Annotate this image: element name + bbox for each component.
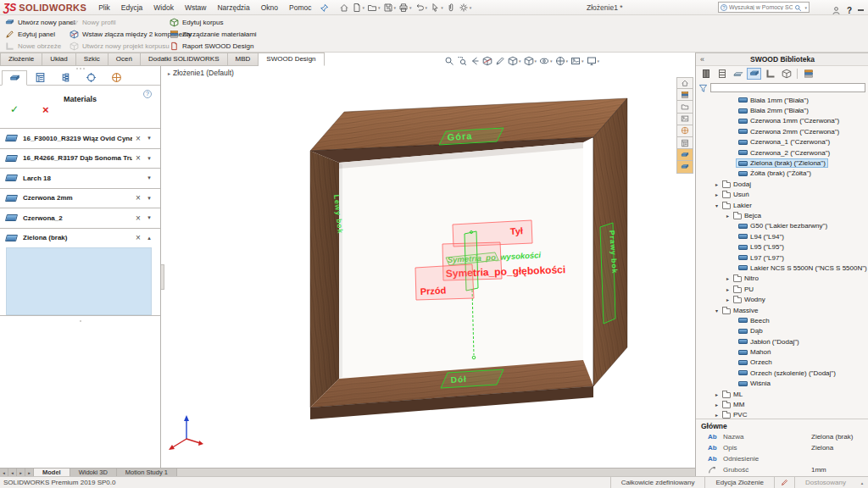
library-filter-input[interactable] bbox=[710, 83, 865, 92]
library-item-bia-a-2mm-bia-a[interactable]: Biała 2mm ("Biała") bbox=[696, 105, 868, 115]
previous-model-tab-icon[interactable]: ◂ bbox=[8, 469, 17, 476]
expand-node-icon[interactable]: ▸ bbox=[713, 412, 721, 418]
tab-dodatki-solidworks[interactable]: Dodatki SOLIDWORKS bbox=[141, 53, 228, 66]
tab-z-o-enie[interactable]: Złożenie bbox=[0, 53, 42, 66]
library-item-bejca[interactable]: ▸Bejca bbox=[696, 210, 868, 220]
expand-node-icon[interactable]: ▸ bbox=[724, 275, 732, 281]
profiles-filter-icon[interactable] bbox=[779, 68, 793, 80]
model-tab-model[interactable]: Model bbox=[34, 469, 70, 476]
remove-material-icon[interactable]: × bbox=[132, 214, 144, 223]
open-icon[interactable]: ▾ bbox=[367, 3, 381, 13]
collapse-item-icon[interactable]: ▴ bbox=[144, 235, 154, 241]
design-library-icon[interactable] bbox=[676, 89, 693, 101]
library-item-massive[interactable]: ▾Massive bbox=[696, 305, 868, 315]
expand-item-icon[interactable]: ▾ bbox=[144, 195, 154, 202]
swood-design-icon[interactable] bbox=[676, 149, 693, 161]
library-item-l94-l94[interactable]: L94 ("L94") bbox=[696, 231, 868, 241]
library-item-czerwona-2mm-czerwona[interactable]: Czerwona 2mm ("Czerwona") bbox=[696, 126, 868, 136]
library-item-l95-l95[interactable]: L95 ("L95") bbox=[696, 241, 868, 252]
library-item-g50-lakier-bezbarwny[interactable]: G50 ("Lakier bezbarwny") bbox=[696, 221, 868, 231]
materials-filter-icon[interactable] bbox=[747, 68, 761, 80]
view-palette-icon[interactable] bbox=[676, 114, 693, 125]
display-style-icon[interactable]: ▾ bbox=[524, 56, 537, 66]
collapse-node-icon[interactable]: ▾ bbox=[713, 308, 721, 313]
expand-item-icon[interactable]: ▾ bbox=[144, 155, 154, 162]
hide-show-items-icon[interactable]: ▾ bbox=[539, 56, 553, 66]
menu-plik[interactable]: Plik bbox=[98, 3, 110, 12]
menu-widok[interactable]: Widok bbox=[153, 3, 174, 12]
search-dropdown-icon[interactable]: ▾ bbox=[804, 5, 807, 10]
library-item-orzech-szkolenie-dodaj[interactable]: Orzech (szkolenie) ("Dodaj") bbox=[696, 368, 868, 378]
collapse-node-icon[interactable]: ▾ bbox=[713, 202, 721, 208]
library-item-d-b[interactable]: Dąb bbox=[696, 326, 868, 336]
next-model-tab-icon[interactable]: ▸ bbox=[17, 469, 25, 476]
minimize-icon[interactable] bbox=[858, 9, 864, 11]
expand-node-icon[interactable]: ▸ bbox=[724, 286, 732, 292]
library-item-pu[interactable]: ▸PU bbox=[696, 284, 868, 294]
library-item-jab-o-dodaj[interactable]: Jabłoń ("Dodaj") bbox=[696, 336, 868, 347]
expand-item-icon[interactable]: ▾ bbox=[144, 135, 154, 141]
view-settings-icon[interactable]: ▾ bbox=[587, 56, 600, 66]
edit-appearance-icon[interactable]: ▾ bbox=[555, 56, 569, 66]
library-item-czerwona-2-czerwona[interactable]: Czerwona_2 ("Czerwona") bbox=[696, 147, 868, 158]
remove-material-icon[interactable]: × bbox=[132, 153, 144, 163]
expand-item-icon[interactable]: ▾ bbox=[144, 214, 154, 221]
material-item-zielona-brak[interactable]: Zielona (brak)×▴ bbox=[0, 228, 160, 248]
expand-node-icon[interactable]: ▸ bbox=[713, 391, 721, 397]
tab-szkic[interactable]: Szkic bbox=[76, 53, 108, 66]
last-model-tab-icon[interactable]: ▸ bbox=[25, 469, 34, 476]
ribbon-button-raport-swood-design[interactable]: Raport SWOOD Design bbox=[168, 40, 257, 52]
panel-grip-handle[interactable] bbox=[0, 319, 160, 323]
displaymanager-tab-icon[interactable] bbox=[103, 70, 129, 85]
panel-help-icon[interactable]: ? bbox=[143, 90, 152, 98]
paperclip-icon[interactable] bbox=[446, 3, 456, 13]
expand-node-icon[interactable]: ▸ bbox=[713, 181, 721, 187]
ribbon-button-utw-rz-nowy-panel[interactable]: Utwórz nowy panel bbox=[3, 16, 75, 28]
library-item-l97-l97[interactable]: L97 ("L97") bbox=[696, 252, 868, 263]
expand-node-icon[interactable]: ▸ bbox=[724, 297, 732, 302]
material-detail-area[interactable] bbox=[6, 247, 152, 315]
search-icon[interactable] bbox=[794, 0, 802, 15]
menu-narz-dzia[interactable]: Narzędzia bbox=[217, 3, 249, 12]
previous-view-icon[interactable] bbox=[470, 56, 480, 66]
expand-node-icon[interactable]: ▸ bbox=[724, 213, 732, 219]
search-input[interactable] bbox=[729, 4, 793, 10]
material-item-16-f30010-r3219-wi-z-ovid-cynamon[interactable]: 16_F30010_R3219 Wiąz Ovid Cynamon×▾ bbox=[0, 128, 160, 148]
confirm-button[interactable]: ✓ bbox=[10, 103, 19, 115]
laminates-icon[interactable] bbox=[801, 68, 815, 80]
library-item-bia-a-1mm-bia-a[interactable]: Biała 1mm ("Biała") bbox=[696, 95, 868, 105]
help-button[interactable]: ? bbox=[847, 6, 852, 15]
remove-material-icon[interactable]: × bbox=[132, 134, 144, 143]
material-item-16-r4266-r3197-d-b-sonoma-trufel[interactable]: 16_R4266_R3197 Dąb Sonoma Trufel×▾ bbox=[0, 148, 160, 169]
propertymanager-tab-icon[interactable] bbox=[27, 70, 53, 85]
material-item-czerwona-2mm[interactable]: Czerwona 2mm×▾ bbox=[0, 188, 160, 208]
configurationmanager-tab-icon[interactable] bbox=[53, 70, 78, 85]
library-item-orzech[interactable]: Orzech bbox=[696, 358, 868, 368]
remove-material-icon[interactable]: × bbox=[132, 193, 144, 202]
library-item-lakier-ncs-s-5500n-ncs-s-5500n[interactable]: Lakier NCS S 5500N ("NCS S 5500N") bbox=[696, 263, 868, 273]
model-tab-widoki-3d[interactable]: Widoki 3D bbox=[70, 469, 117, 476]
menu-edycja[interactable]: Edycja bbox=[121, 3, 143, 12]
view-orientation-icon[interactable]: ▾ bbox=[508, 56, 521, 66]
apply-scene-icon[interactable]: ▾ bbox=[570, 56, 584, 66]
library-item-lakier[interactable]: ▾Lakier bbox=[696, 200, 868, 210]
tab-oce[interactable]: Oceń bbox=[108, 53, 141, 66]
menu-okno[interactable]: Okno bbox=[261, 3, 278, 12]
options-icon[interactable]: ▾ bbox=[459, 3, 472, 13]
ribbon-button-edytuj-panel[interactable]: Edytuj panel bbox=[3, 28, 75, 40]
library-item-wi-nia[interactable]: Wiśnia bbox=[696, 379, 868, 389]
remove-material-icon[interactable]: × bbox=[132, 233, 144, 242]
tab-swood-design[interactable]: SWOOD Design bbox=[259, 53, 324, 66]
section-view-icon[interactable] bbox=[482, 56, 492, 66]
library-item-usu[interactable]: ▸Usuń bbox=[696, 190, 868, 200]
frames-filter-icon[interactable] bbox=[698, 68, 713, 80]
new-document-icon[interactable]: ▾ bbox=[352, 3, 365, 13]
select-icon[interactable]: ▾ bbox=[430, 3, 443, 13]
first-model-tab-icon[interactable]: ◂ bbox=[0, 469, 8, 476]
library-item-czerwona-1mm-czerwona[interactable]: Czerwona 1mm ("Czerwona") bbox=[696, 116, 868, 126]
expand-item-icon[interactable]: ▾ bbox=[144, 175, 154, 181]
undo-icon[interactable]: ▾ bbox=[415, 3, 428, 13]
zoom-to-area-icon[interactable] bbox=[457, 56, 467, 66]
library-item-wodny[interactable]: ▸Wodny bbox=[696, 294, 868, 304]
library-item-pvc[interactable]: ▸PVC bbox=[696, 410, 868, 419]
